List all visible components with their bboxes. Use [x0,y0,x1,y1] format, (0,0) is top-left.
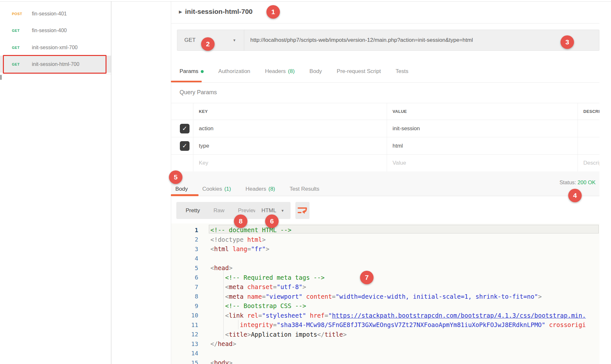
code-text: <!-- Required meta tags --> [210,274,325,281]
key-cell[interactable]: type [193,137,387,154]
sidebar-item-label: fin-session-401 [32,11,67,17]
line-number: 9 [171,303,198,309]
value-placeholder[interactable]: Value [387,155,578,171]
code-text: <!doctype html> [210,236,266,243]
code-token: charset [247,283,273,290]
code-token: > [229,264,232,271]
code-token: content [306,293,332,300]
column-header-description: DESCRIPTION [578,103,599,120]
code-token: < [210,245,214,252]
code-token: head [214,264,229,271]
code-token: html [214,245,229,252]
code-token: = [325,312,328,319]
code-line-8: 8 <meta name="viewport" content="width=d… [171,292,599,301]
chevron-down-icon[interactable]: ▼ [233,38,236,42]
code-token: "fr" [251,245,266,252]
sidebar-row-divider [0,74,111,74]
code-line-6: 6 <!-- Required meta tags --> [171,273,599,282]
tab-pre-request-script[interactable]: Pre-request Script [337,68,381,75]
sidebar-divider[interactable] [111,1,111,364]
checked-checkbox[interactable]: ✓ [180,141,190,151]
tab-headers[interactable]: Headers(8) [265,68,295,75]
code-token [244,312,247,319]
tab-label: Authorization [218,68,250,75]
tab-label: Cookies [202,186,222,192]
key-placeholder[interactable]: Key [193,155,387,171]
code-token: = [273,283,277,290]
code-token: < [225,331,229,338]
code-token: > [233,340,236,347]
param-key: type [199,143,209,149]
annotation-badge-8: 8 [234,214,247,228]
code-token: > [343,331,347,338]
status-value: 200 OK [578,179,596,185]
code-token: head [218,340,233,347]
code-token: < [225,283,229,290]
code-line-13: 13</head> [171,339,599,349]
code-token [306,312,310,319]
response-tabs: BodyCookies(1)Headers(8)Test Results [175,186,319,192]
code-token [210,293,225,300]
wrap-text-button[interactable] [295,202,310,219]
response-tab-test-results[interactable]: Test Results [290,186,319,192]
description-cell[interactable] [578,137,599,154]
code-token: "utf-8" [277,283,302,290]
status-label: Status: [560,179,576,185]
code-token: integrity [240,321,273,328]
response-tab-headers[interactable]: Headers(8) [245,186,275,192]
tab-label: Params [180,68,199,75]
annotation-badge-6: 6 [265,214,279,228]
code-text: <html lang="fr"> [210,245,269,252]
line-number: 8 [171,293,198,300]
code-token: </ [210,340,218,347]
table-placeholder-row[interactable]: Key Value Description [171,155,599,172]
tab-body[interactable]: Body [310,68,322,75]
value-cell[interactable]: html [387,137,578,154]
method-label: GET [184,37,196,43]
pretty-button[interactable]: Pretty [179,207,207,214]
code-token [210,312,225,319]
query-params-heading: Query Params [180,89,217,96]
code-text: <head> [210,264,233,271]
annotation-badge-3: 3 [560,35,574,49]
code-token: https://stackpath.bootstrapcdn.com/boots… [332,312,586,319]
column-header-value: VALUE [387,103,578,120]
annotation-badge-7: 7 [360,271,374,284]
code-token: meta [229,283,244,290]
code-token: Application impots [251,331,317,338]
key-cell[interactable]: action [193,120,387,137]
sidebar-item-fin-session-400[interactable]: GETfin-session-400 [0,22,111,39]
tab-authorization[interactable]: Authorization [218,68,250,75]
line-number: 10 [171,312,198,319]
raw-button[interactable]: Raw [207,207,231,214]
response-tab-body[interactable]: Body [175,186,188,192]
query-params-table: KEY VALUE DESCRIPTION ✓actioninit-sessio… [171,103,599,172]
url-input[interactable]: http://localhost/php7/scripts-web/impots… [250,37,473,43]
code-line-11: 11 integrity="sha384-MCw98/SFnGE8fJT3GXw… [171,320,599,330]
app-window: POSTfin-session-401GETfin-session-400GET… [0,0,611,364]
code-token: > [247,331,251,338]
response-body-code[interactable]: 1<!-- document HTML -->2<!doctype html>3… [171,223,599,364]
tab-params[interactable]: Params [180,68,204,75]
checked-checkbox[interactable]: ✓ [180,124,190,133]
response-tab-cookies[interactable]: Cookies(1) [202,186,231,192]
code-token: > [538,293,542,300]
sidebar-item-label: init-session-xml-700 [32,45,78,50]
collapse-triangle-icon[interactable]: ▶ [179,9,182,14]
sidebar-item-fin-session-401[interactable]: POSTfin-session-401 [0,5,111,22]
code-text: <!-- Bootstrap CSS --> [210,302,306,309]
method-badge: GET [12,46,32,50]
code-line-4: 4 [171,254,599,263]
tab-count: (8) [288,68,295,75]
request-tabs-border [171,82,599,83]
value-cell[interactable]: init-session [387,120,578,137]
params-active-dot [201,70,204,73]
line-number: 3 [171,246,198,252]
description-placeholder[interactable]: Description [578,155,599,171]
param-value: html [393,143,403,149]
line-number: 1 [171,227,198,233]
tab-tests[interactable]: Tests [396,68,409,75]
column-header-key: KEY [193,103,387,120]
description-cell[interactable] [578,120,599,137]
sidebar-item-init-session-xml-700[interactable]: GETinit-session-xml-700 [0,39,111,56]
